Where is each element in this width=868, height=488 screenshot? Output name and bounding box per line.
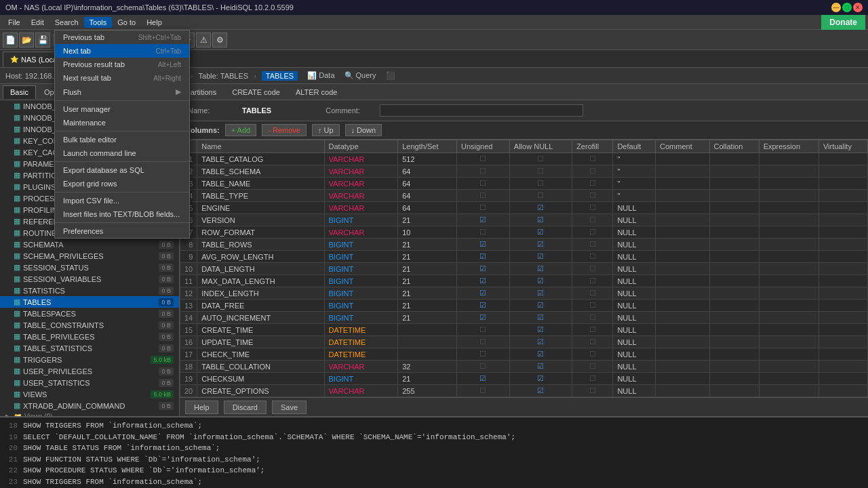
col-datatype[interactable] — [324, 214, 398, 226]
toolbar-warning[interactable]: ⚠ — [196, 33, 211, 47]
col-unsigned[interactable]: ☐ — [456, 336, 509, 348]
col-zerofill[interactable]: ☐ — [572, 373, 613, 385]
col-zerofill[interactable]: ☐ — [572, 251, 613, 263]
menu-insert-files-blob[interactable]: Insert files into TEXT/BLOB fields... — [55, 207, 189, 221]
col-unsigned[interactable]: ☑ — [456, 287, 509, 300]
col-zerofill[interactable]: ☐ — [572, 153, 613, 165]
menu-import-csv[interactable]: Import CSV file... — [55, 194, 189, 207]
col-zerofill[interactable]: ☐ — [572, 202, 613, 214]
menu-export-db-sql[interactable]: Export database as SQL — [55, 163, 189, 177]
col-name[interactable] — [197, 324, 324, 336]
col-name[interactable] — [197, 263, 324, 275]
col-unsigned[interactable]: ☑ — [456, 312, 509, 324]
col-name[interactable] — [197, 287, 324, 300]
col-allow-null[interactable]: ☑ — [509, 373, 572, 385]
col-unsigned[interactable]: ☐ — [456, 226, 509, 239]
table-row[interactable]: 1 512 ☐ ☐ ☐ '' — [180, 153, 868, 165]
sidebar-item-triggers[interactable]: ▦ TRIGGERS 5.0 kB — [0, 354, 179, 365]
table-row[interactable]: 15 ☐ ☑ ☐ NULL — [180, 324, 868, 336]
col-name[interactable] — [197, 153, 324, 165]
sidebar-item-schema-priv[interactable]: ▦ SCHEMA_PRIVILEGES 0 B — [0, 250, 179, 262]
menu-next-tab[interactable]: Next tab Ctrl+Tab — [55, 44, 189, 58]
sidebar-item-views[interactable]: ▦ VIEWS 5.0 kB — [0, 388, 179, 400]
col-allow-null[interactable]: ☐ — [509, 165, 572, 178]
col-zerofill[interactable]: ☐ — [572, 385, 613, 397]
extra-icon[interactable]: ⬛ — [386, 71, 395, 80]
col-zerofill[interactable]: ☐ — [572, 287, 613, 300]
col-name[interactable] — [197, 275, 324, 287]
col-datatype[interactable] — [324, 336, 398, 348]
down-column-button[interactable]: ↓ Down — [345, 124, 382, 136]
col-datatype[interactable] — [324, 178, 398, 190]
table-row[interactable]: 8 21 ☑ ☑ ☐ NULL — [180, 239, 868, 251]
col-zerofill[interactable]: ☐ — [572, 239, 613, 251]
menu-file[interactable]: File — [3, 17, 26, 28]
toolbar-save[interactable]: 💾 — [35, 33, 50, 47]
col-zerofill[interactable]: ☐ — [572, 275, 613, 287]
menu-prev-result-tab[interactable]: Previous result tab Alt+Left — [55, 58, 189, 71]
table-row[interactable]: 9 21 ☑ ☑ ☐ NULL — [180, 251, 868, 263]
col-datatype[interactable] — [324, 190, 398, 202]
sidebar-item-table-constraints[interactable]: ▦ TABLE_CONSTRAINTS 0 B — [0, 319, 179, 331]
col-allow-null[interactable]: ☑ — [509, 251, 572, 263]
col-zerofill[interactable]: ☐ — [572, 324, 613, 336]
menu-export-grid[interactable]: Export grid rows — [55, 177, 189, 190]
table-row[interactable]: 5 64 ☐ ☑ ☐ NULL — [180, 202, 868, 214]
col-name[interactable] — [197, 361, 324, 373]
col-datatype[interactable] — [324, 324, 398, 336]
sidebar-item-tablespaces[interactable]: ▦ TABLESPACES 0 B — [0, 308, 179, 319]
col-allow-null[interactable]: ☑ — [509, 202, 572, 214]
col-unsigned[interactable]: ☐ — [456, 202, 509, 214]
sidebar-item-xtradb[interactable]: ▦ XTRADB_ADMIN_COMMAND 0 B — [0, 400, 179, 411]
col-allow-null[interactable]: ☑ — [509, 214, 572, 226]
col-datatype[interactable] — [324, 385, 398, 397]
sidebar-item-tables[interactable]: ▦ TABLES 0 B — [0, 296, 179, 308]
sidebar-item-table-stats[interactable]: ▦ TABLE_STATISTICS 0 B — [0, 342, 179, 354]
sidebar-item-user-priv[interactable]: ▦ USER_PRIVILEGES 0 B — [0, 365, 179, 377]
table-row[interactable]: 3 64 ☐ ☐ ☐ '' — [180, 178, 868, 190]
menu-search[interactable]: Search — [50, 17, 84, 28]
menu-edit[interactable]: Edit — [26, 17, 50, 28]
toolbar-new[interactable]: 📄 — [3, 33, 18, 47]
table-row[interactable]: 17 ☐ ☑ ☐ NULL — [180, 348, 868, 361]
col-name[interactable] — [197, 239, 324, 251]
sidebar-item-session-vars[interactable]: ▦ SESSION_VARIABLES 0 B — [0, 273, 179, 285]
col-allow-null[interactable]: ☐ — [509, 153, 572, 165]
table-row[interactable]: 7 10 ☐ ☑ ☐ NULL — [180, 226, 868, 239]
col-allow-null[interactable]: ☑ — [509, 239, 572, 251]
col-allow-null[interactable]: ☐ — [509, 178, 572, 190]
menu-flush[interactable]: Flush ▶ — [55, 85, 189, 99]
col-name[interactable] — [197, 165, 324, 178]
col-allow-null[interactable]: ☑ — [509, 348, 572, 361]
table-row[interactable]: 18 32 ☐ ☑ ☐ NULL — [180, 361, 868, 373]
comment-input[interactable] — [380, 104, 583, 117]
col-zerofill[interactable]: ☐ — [572, 263, 613, 275]
sidebar-item-session-status[interactable]: ▦ SESSION_STATUS 0 B — [0, 262, 179, 273]
menu-user-manager[interactable]: User manager — [55, 102, 189, 116]
table-item[interactable]: Table: TABLES — [199, 72, 249, 80]
col-unsigned[interactable]: ☐ — [456, 153, 509, 165]
col-unsigned[interactable]: ☐ — [456, 385, 509, 397]
table-row[interactable]: 11 21 ☑ ☑ ☐ NULL — [180, 275, 868, 287]
col-datatype[interactable] — [324, 287, 398, 300]
sidebar-item-user-stats[interactable]: ▦ USER_STATISTICS 0 B — [0, 377, 179, 388]
menu-next-result-tab[interactable]: Next result tab Alt+Right — [55, 71, 189, 85]
col-allow-null[interactable]: ☑ — [509, 300, 572, 312]
col-datatype[interactable] — [324, 239, 398, 251]
col-allow-null[interactable]: ☑ — [509, 275, 572, 287]
col-name[interactable] — [197, 214, 324, 226]
col-datatype[interactable] — [324, 165, 398, 178]
col-datatype[interactable] — [324, 300, 398, 312]
col-name[interactable] — [197, 190, 324, 202]
table-row[interactable]: 19 21 ☑ ☑ ☐ NULL — [180, 373, 868, 385]
tab-create-code[interactable]: CREATE code — [224, 85, 288, 99]
col-datatype[interactable] — [324, 153, 398, 165]
up-column-button[interactable]: ↑ Up — [312, 124, 340, 136]
col-name[interactable] — [197, 226, 324, 239]
col-datatype[interactable] — [324, 202, 398, 214]
col-zerofill[interactable]: ☐ — [572, 165, 613, 178]
menu-prev-tab[interactable]: Previous tab Shift+Ctrl+Tab — [55, 30, 189, 44]
menu-bulk-table-editor[interactable]: Bulk table editor — [55, 133, 189, 146]
col-name[interactable] — [197, 373, 324, 385]
col-unsigned[interactable]: ☐ — [456, 190, 509, 202]
